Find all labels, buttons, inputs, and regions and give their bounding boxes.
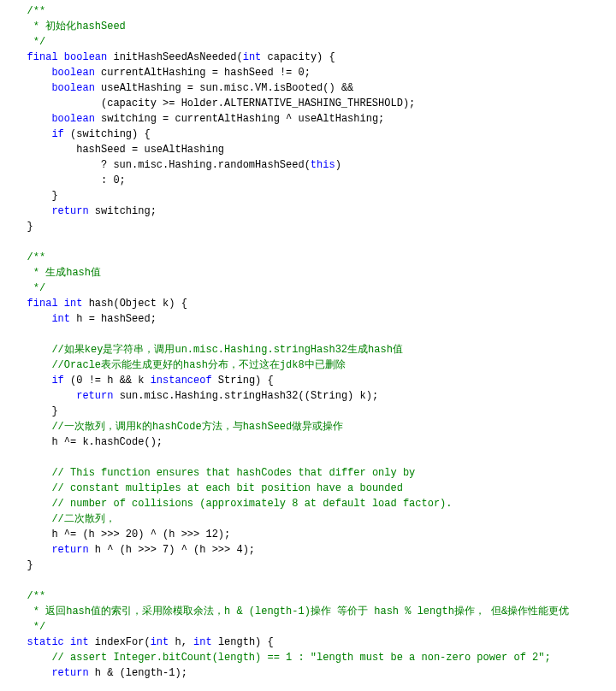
code-token: return <box>76 390 113 402</box>
code-token: */ <box>9 36 45 48</box>
code-token: if <box>51 128 63 140</box>
code-token: length) { <box>212 636 274 648</box>
code-token: return <box>51 544 88 556</box>
code-token <box>9 313 51 325</box>
code-token: h ^ (h >>> 7) ^ (h >>> 4); <box>89 544 255 556</box>
code-token: initHashSeedAsNeeded( <box>107 51 242 63</box>
code-token: instanceof <box>151 375 212 387</box>
code-token <box>9 421 51 433</box>
code-token: final <box>27 51 58 63</box>
code-token <box>58 298 64 310</box>
code-token: ) <box>335 159 341 171</box>
code-token <box>64 636 70 648</box>
code-token: /** <box>9 590 45 602</box>
code-token: */ <box>9 621 45 633</box>
code-token: } <box>9 405 58 417</box>
code-token: sun.misc.Hashing.stringHash32((String) k… <box>113 390 378 402</box>
code-token: switching = currentAltHashing ^ useAltHa… <box>95 113 384 125</box>
code-token: } <box>9 221 33 233</box>
code-token: //二次散列， <box>51 513 115 525</box>
code-token: ? sun.misc.Hashing.randomHashSeed( <box>9 159 311 171</box>
code-token <box>9 67 51 79</box>
code-token: (capacity >= Holder.ALTERNATIVE_HASHING_… <box>9 97 415 109</box>
code-token <box>9 513 51 525</box>
code-token: * 生成hash值 <box>9 267 101 279</box>
code-token: if <box>51 375 63 387</box>
code-token <box>9 82 51 94</box>
code-token: //如果key是字符串，调用un.misc.Hashing.stringHash… <box>51 344 402 356</box>
code-token: * 初始化hashSeed <box>9 21 126 32</box>
code-token <box>9 205 51 217</box>
code-token: int <box>51 313 70 325</box>
code-token: int <box>151 636 169 648</box>
code-token <box>9 667 51 679</box>
code-block: /** * 初始化hashSeed */ final boolean initH… <box>0 0 616 681</box>
code-token: // constant multiples at each bit positi… <box>51 482 402 494</box>
code-token <box>9 359 51 371</box>
code-token: h ^= (h >>> 20) ^ (h >>> 12); <box>9 529 230 540</box>
code-token: * 返回hash值的索引，采用除模取余法，h & (length-1)操作 等价… <box>9 605 569 617</box>
code-token: return <box>51 205 88 217</box>
code-token: : 0; <box>9 174 126 186</box>
code-token: h, <box>169 636 193 648</box>
code-token: boolean <box>64 51 107 63</box>
code-token: int <box>243 51 262 63</box>
code-token <box>9 113 51 125</box>
code-token <box>58 51 64 63</box>
code-token: useAltHashing = sun.misc.VM.isBooted() &… <box>95 82 353 94</box>
code-token <box>9 467 51 479</box>
code-token: indexFor( <box>89 636 151 648</box>
code-token: boolean <box>51 67 94 79</box>
code-token: // This function ensures that hashCodes … <box>51 467 415 479</box>
code-token: (switching) { <box>64 128 151 140</box>
code-token: this <box>311 159 335 171</box>
code-token <box>9 298 27 310</box>
code-token: (0 != h && k <box>64 375 151 387</box>
code-token: /** <box>9 251 45 263</box>
code-token: //Oracle表示能生成更好的hash分布，不过这在jdk8中已删除 <box>51 359 345 371</box>
code-token: static <box>27 636 64 648</box>
code-token: */ <box>9 282 45 294</box>
code-token: // assert Integer.bitCount(length) == 1 … <box>51 652 550 664</box>
code-token: int <box>193 636 212 648</box>
code-token: final <box>27 298 58 310</box>
code-token <box>9 652 51 664</box>
code-token <box>9 482 51 494</box>
code-token: // number of collisions (approximately 8… <box>51 498 452 510</box>
code-token: hash(Object k) { <box>82 298 187 310</box>
code-token: int <box>64 298 83 310</box>
code-token <box>9 498 51 510</box>
code-token: /** <box>9 5 45 17</box>
code-token: } <box>9 190 58 202</box>
code-token <box>9 51 27 63</box>
code-token: int <box>70 636 89 648</box>
code-token: capacity) { <box>261 51 335 63</box>
code-token <box>9 128 51 140</box>
code-token: hashSeed = useAltHashing <box>9 144 224 156</box>
code-token: String) { <box>212 375 274 387</box>
code-token: return <box>51 667 88 679</box>
code-token <box>9 390 76 402</box>
code-token: switching; <box>89 205 157 217</box>
code-token: boolean <box>51 82 94 94</box>
code-token: //一次散列，调用k的hashCode方法，与hashSeed做异或操作 <box>51 421 343 433</box>
code-token: currentAltHashing = hashSeed != 0; <box>95 67 311 79</box>
code-token: } <box>9 559 33 571</box>
code-token <box>9 344 51 356</box>
code-token: h = hashSeed; <box>70 313 157 325</box>
code-token: h ^= k.hashCode(); <box>9 436 163 448</box>
code-token <box>9 544 51 556</box>
code-token <box>9 375 51 387</box>
code-token: boolean <box>51 113 94 125</box>
code-token: h & (length-1); <box>89 667 187 679</box>
code-token <box>9 636 27 648</box>
